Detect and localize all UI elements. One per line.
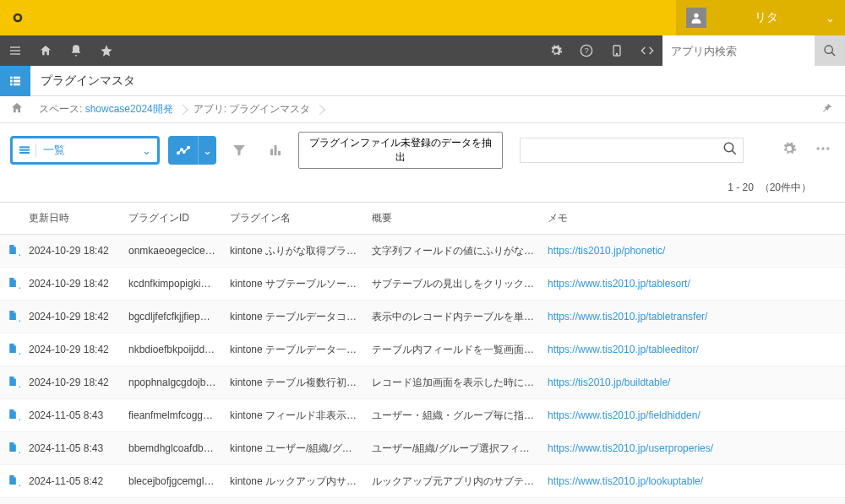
table-row[interactable]: 2024-10-29 18:42ljdkimlimjdglohhoopqrstu… bbox=[0, 498, 845, 505]
record-detail-icon[interactable] bbox=[0, 235, 22, 268]
record-detail-icon[interactable] bbox=[0, 465, 22, 498]
record-detail-icon[interactable] bbox=[0, 301, 22, 333]
cell-summary: サブテーブルの見出しをクリックするとソートできる bbox=[365, 268, 541, 301]
help-icon[interactable]: ? bbox=[571, 35, 602, 66]
settings-gear-icon[interactable] bbox=[777, 141, 801, 160]
svg-rect-17 bbox=[14, 83, 20, 85]
star-icon[interactable] bbox=[91, 35, 122, 66]
cell-plugin-name: kintone ルックアップ内サブテーブルプラグイン bbox=[223, 465, 365, 498]
svg-rect-4 bbox=[10, 50, 20, 51]
cell-memo-link[interactable]: https://www.tis2010.jp/tableeditor/ bbox=[541, 333, 845, 366]
view-selector[interactable]: 一覧 ⌄ bbox=[10, 136, 160, 165]
cell-date: 2024-10-29 18:42 bbox=[22, 333, 122, 366]
cell-plugin-name: kintone テーブルデータ一括編集プラグイン bbox=[223, 333, 365, 366]
pagination: 1 - 20 （20件中） bbox=[0, 177, 845, 202]
cell-summary: テーブル内フィールドを一覧画面上で編集 bbox=[365, 333, 541, 366]
col-header-plugin-name[interactable]: プラグイン名 bbox=[223, 203, 365, 235]
search-button[interactable] bbox=[815, 35, 845, 66]
home-icon[interactable] bbox=[30, 35, 61, 66]
svg-rect-14 bbox=[10, 79, 13, 82]
bar-chart-icon[interactable] bbox=[261, 136, 289, 165]
record-detail-icon[interactable] bbox=[0, 333, 22, 366]
filter-funnel-icon[interactable] bbox=[225, 136, 253, 165]
hamburger-menu-icon[interactable] bbox=[0, 35, 30, 66]
cell-plugin-name: kintone ユーザー/組織/グループ選択プラグイン bbox=[223, 432, 365, 465]
table-header-row: 更新日時 プラグインID プラグイン名 概要 メモ bbox=[0, 203, 845, 235]
breadcrumb-app[interactable]: アプリ: プラグインマスタ bbox=[185, 99, 319, 120]
list-view-icon bbox=[13, 144, 36, 157]
cell-memo-link[interactable]: https://www.tis2010.jp/tabletransfer/ bbox=[541, 301, 845, 333]
bell-icon[interactable] bbox=[61, 35, 91, 66]
search-icon bbox=[722, 141, 738, 160]
svg-rect-20 bbox=[19, 152, 30, 154]
table-row[interactable]: 2024-11-05 8:43bbemdhglcoafdbbmnopqrstuv… bbox=[0, 432, 845, 465]
breadcrumb-space-prefix: スペース: bbox=[39, 103, 85, 115]
cell-memo-link[interactable]: https://www.tis2010.jp/fieldhidden/ bbox=[541, 399, 845, 432]
cell-plugin-name: kintone フィールド非表示プラグイン bbox=[223, 399, 365, 432]
breadcrumb-home-icon[interactable] bbox=[7, 101, 27, 117]
col-header-plugin-id[interactable]: プラグインID bbox=[122, 203, 223, 235]
svg-point-1 bbox=[15, 15, 19, 19]
svg-point-24 bbox=[187, 146, 189, 149]
product-logo-icon bbox=[0, 0, 35, 35]
record-detail-icon[interactable] bbox=[0, 498, 22, 505]
cell-summary: 一覧画面上で検索窓によるレコードの絞り込み bbox=[365, 498, 541, 505]
table-row[interactable]: 2024-11-05 8:42blecejbofjgcemglmnopqrstu… bbox=[0, 465, 845, 498]
breadcrumb-app-name: プラグインマスタ bbox=[229, 103, 310, 115]
user-menu[interactable]: リタ ⌄ bbox=[676, 0, 845, 35]
svg-text:?: ? bbox=[584, 46, 588, 55]
table-row[interactable]: 2024-10-29 18:42npophnalgcgdojbeleabcdef… bbox=[0, 366, 845, 399]
tablet-icon[interactable] bbox=[602, 35, 632, 66]
table-row[interactable]: 2024-10-29 18:42nkbdioefbkpoijddjmnopqrs… bbox=[0, 333, 845, 366]
graph-dropdown[interactable]: ⌄ bbox=[198, 136, 216, 165]
svg-rect-27 bbox=[278, 151, 281, 155]
table-row[interactable]: 2024-10-29 18:42bgcdljfefcfkjjfiepmcabcd… bbox=[0, 301, 845, 333]
cell-memo-link[interactable]: https://tis2010.jp/buildtable/ bbox=[541, 366, 845, 399]
col-header-date[interactable]: 更新日時 bbox=[22, 203, 122, 235]
cell-date: 2024-10-29 18:42 bbox=[22, 235, 122, 268]
svg-line-11 bbox=[831, 52, 835, 56]
record-search[interactable] bbox=[520, 138, 744, 163]
breadcrumb-space-link: showcase2024開発 bbox=[85, 103, 173, 115]
table-row[interactable]: 2024-10-29 18:42kcdnfkimpopigkionojhgfep… bbox=[0, 268, 845, 301]
more-menu-icon[interactable] bbox=[811, 140, 835, 161]
app-search bbox=[662, 35, 845, 66]
col-header-memo[interactable]: メモ bbox=[541, 203, 845, 235]
gear-icon[interactable] bbox=[541, 35, 571, 66]
cell-date: 2024-11-05 8:43 bbox=[22, 399, 122, 432]
graph-button[interactable] bbox=[168, 136, 198, 165]
pin-icon[interactable] bbox=[815, 101, 838, 117]
view-controls: 一覧 ⌄ ⌄ プラグインファイル未登録のデータを抽出 bbox=[0, 123, 845, 177]
view-label: 一覧 bbox=[36, 143, 137, 158]
col-header-summary[interactable]: 概要 bbox=[365, 203, 541, 235]
record-detail-icon[interactable] bbox=[0, 432, 22, 465]
svg-rect-19 bbox=[19, 149, 30, 151]
table-row[interactable]: 2024-10-29 18:42onmkaeoegeclcekfbcjkdghe… bbox=[0, 235, 845, 268]
svg-point-2 bbox=[694, 14, 698, 18]
extract-unregistered-button[interactable]: プラグインファイル未登録のデータを抽出 bbox=[298, 132, 503, 169]
cell-plugin-name: kintone テーブルデータコピープラグイン bbox=[223, 301, 365, 333]
cell-plugin-id: fieanfmelmfcoggmlabcdefghijklmno bbox=[122, 399, 223, 432]
cell-memo-link[interactable]: https://www.tis2010.jp/tablesort/ bbox=[541, 268, 845, 301]
cell-memo-link[interactable]: https://www.tis2010.jp/lookuptable/ bbox=[541, 465, 845, 498]
record-detail-icon[interactable] bbox=[0, 366, 22, 399]
cell-memo-link[interactable]: https://www.tis2010.jp/textsearch/ bbox=[541, 498, 845, 505]
right-action-icons bbox=[777, 140, 835, 161]
cell-memo-link[interactable]: https://tis2010.jp/phonetic/ bbox=[541, 235, 845, 268]
search-input[interactable] bbox=[662, 35, 815, 66]
cell-plugin-id: nkbdioefbkpoijddjmnopqrstuvwxabc bbox=[122, 333, 223, 366]
app-list-icon bbox=[0, 66, 30, 96]
cell-memo-link[interactable]: https://www.tis2010.jp/userproperies/ bbox=[541, 432, 845, 465]
cell-plugin-name: kintone サブテーブルソートプラグイン bbox=[223, 268, 365, 301]
svg-point-21 bbox=[177, 152, 179, 154]
breadcrumb-space[interactable]: スペース: showcase2024開発 bbox=[30, 99, 182, 120]
app-header: プラグインマスタ bbox=[0, 66, 845, 96]
code-icon[interactable] bbox=[632, 35, 662, 66]
record-detail-icon[interactable] bbox=[0, 399, 22, 432]
svg-point-32 bbox=[826, 147, 829, 149]
svg-point-28 bbox=[724, 143, 733, 152]
svg-rect-5 bbox=[10, 53, 20, 54]
svg-rect-16 bbox=[10, 83, 13, 85]
record-detail-icon[interactable] bbox=[0, 268, 22, 301]
table-row[interactable]: 2024-11-05 8:43fieanfmelmfcoggmlabcdefgh… bbox=[0, 399, 845, 432]
